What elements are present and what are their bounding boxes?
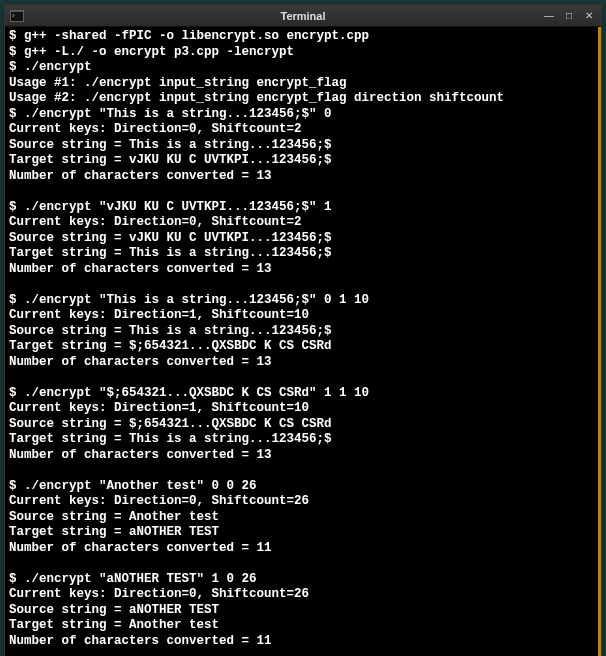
terminal-line: Current keys: Direction=1, Shiftcount=10 bbox=[9, 308, 594, 324]
window-controls: — □ ✕ bbox=[541, 9, 601, 23]
terminal-line: $ ./encrypt "Another test" 0 0 26 bbox=[9, 479, 594, 495]
terminal-line: Source string = This is a string...12345… bbox=[9, 324, 594, 340]
terminal-line: $ ./encrypt "This is a string...123456;$… bbox=[9, 293, 594, 309]
terminal-line: Target string = Another test bbox=[9, 618, 594, 634]
terminal-line: $ ./encrypt "aNOTHER TEST" 1 0 26 bbox=[9, 572, 594, 588]
terminal-line: Current keys: Direction=0, Shiftcount=26 bbox=[9, 587, 594, 603]
terminal-line: Source string = aNOTHER TEST bbox=[9, 603, 594, 619]
terminal-line: $ ./encrypt "vJKU KU C UVTKPI...123456;$… bbox=[9, 200, 594, 216]
titlebar[interactable]: Terminal — □ ✕ bbox=[5, 5, 601, 27]
terminal-line: Number of characters converted = 11 bbox=[9, 634, 594, 650]
terminal-line: Source string = $;654321...QXSBDC K CS C… bbox=[9, 417, 594, 433]
window-title: Terminal bbox=[5, 10, 601, 22]
terminal-line bbox=[9, 649, 594, 656]
terminal-line: Target string = vJKU KU C UVTKPI...12345… bbox=[9, 153, 594, 169]
terminal-line: Target string = This is a string...12345… bbox=[9, 432, 594, 448]
minimize-button[interactable]: — bbox=[541, 9, 557, 23]
terminal-body[interactable]: $ g++ -shared -fPIC -o libencrypt.so enc… bbox=[5, 27, 601, 656]
terminal-line: Current keys: Direction=0, Shiftcount=2 bbox=[9, 215, 594, 231]
terminal-line bbox=[9, 463, 594, 479]
terminal-icon bbox=[9, 8, 25, 24]
close-button[interactable]: ✕ bbox=[581, 9, 597, 23]
terminal-line: $ ./encrypt bbox=[9, 60, 594, 76]
terminal-line: Source string = This is a string...12345… bbox=[9, 138, 594, 154]
terminal-line bbox=[9, 277, 594, 293]
terminal-line: Usage #1: ./encrypt input_string encrypt… bbox=[9, 76, 594, 92]
terminal-line: Current keys: Direction=0, Shiftcount=26 bbox=[9, 494, 594, 510]
terminal-line: Source string = Another test bbox=[9, 510, 594, 526]
terminal-line: Target string = $;654321...QXSBDC K CS C… bbox=[9, 339, 594, 355]
terminal-line bbox=[9, 556, 594, 572]
terminal-line: $ g++ -L./ -o encrypt p3.cpp -lencrypt bbox=[9, 45, 594, 61]
terminal-line: Source string = vJKU KU C UVTKPI...12345… bbox=[9, 231, 594, 247]
terminal-line: $ ./encrypt "This is a string...123456;$… bbox=[9, 107, 594, 123]
terminal-window: Terminal — □ ✕ $ g++ -shared -fPIC -o li… bbox=[4, 4, 602, 656]
terminal-line: Target string = aNOTHER TEST bbox=[9, 525, 594, 541]
terminal-line: $ ./encrypt "$;654321...QXSBDC K CS CSRd… bbox=[9, 386, 594, 402]
terminal-line: Target string = This is a string...12345… bbox=[9, 246, 594, 262]
terminal-line: $ g++ -shared -fPIC -o libencrypt.so enc… bbox=[9, 29, 594, 45]
terminal-line: Number of characters converted = 11 bbox=[9, 541, 594, 557]
terminal-line bbox=[9, 370, 594, 386]
terminal-line: Current keys: Direction=1, Shiftcount=10 bbox=[9, 401, 594, 417]
terminal-line: Number of characters converted = 13 bbox=[9, 262, 594, 278]
terminal-line: Number of characters converted = 13 bbox=[9, 355, 594, 371]
terminal-line: Number of characters converted = 13 bbox=[9, 169, 594, 185]
terminal-line bbox=[9, 184, 594, 200]
terminal-line: Number of characters converted = 13 bbox=[9, 448, 594, 464]
terminal-line: Current keys: Direction=0, Shiftcount=2 bbox=[9, 122, 594, 138]
terminal-output: $ g++ -shared -fPIC -o libencrypt.so enc… bbox=[9, 29, 594, 656]
terminal-line: Usage #2: ./encrypt input_string encrypt… bbox=[9, 91, 594, 107]
maximize-button[interactable]: □ bbox=[561, 9, 577, 23]
